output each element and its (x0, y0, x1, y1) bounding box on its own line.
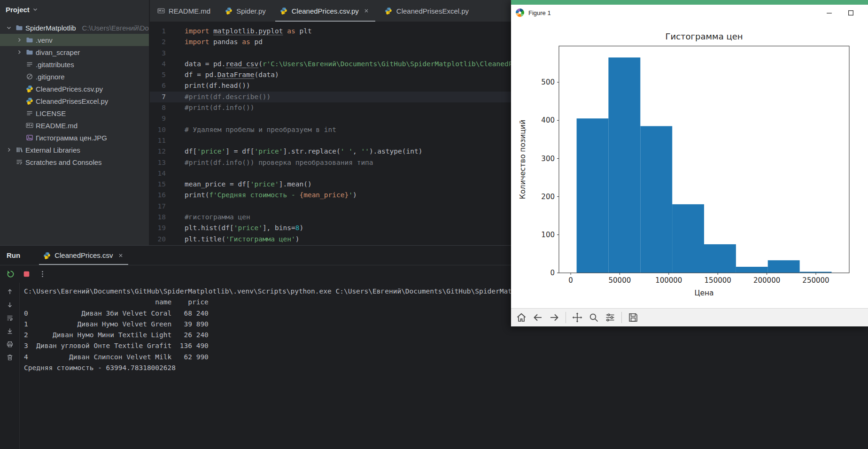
code-text: #гистограмма цен (185, 212, 250, 223)
pan-icon[interactable] (570, 310, 585, 325)
more-icon[interactable] (38, 269, 47, 279)
line-number: 14 (150, 168, 166, 179)
scroll-end-icon[interactable] (6, 327, 14, 335)
figure-toolbar (511, 308, 868, 326)
figure-title: Figure 1 (528, 9, 551, 16)
tree-item-cleanedprices.csv.py[interactable]: CleanedPrices.csv.py (0, 83, 149, 95)
tab-spider.py[interactable]: Spider.py (217, 0, 273, 22)
run-tab[interactable]: CleanedPrices.csv (37, 246, 130, 265)
home-icon[interactable] (514, 310, 529, 325)
code-text: import matplotlib.pyplot as plt (185, 26, 312, 37)
svg-text:0: 0 (550, 269, 555, 277)
tree-item-.gitattributes[interactable]: .gitattributes (0, 58, 149, 70)
line-number: 16 (150, 190, 166, 201)
toolbar-separator (566, 312, 566, 323)
print-icon[interactable] (6, 340, 14, 348)
tree-item-license[interactable]: LICENSE (0, 107, 149, 119)
svg-text:50000: 50000 (609, 276, 631, 285)
figure-titlebar[interactable]: Figure 1 (511, 5, 868, 21)
tree-item-label: CleanedPrisesExcel.py (36, 97, 108, 105)
trash-icon[interactable] (6, 353, 14, 361)
text-file-icon (25, 109, 33, 117)
sliders-icon[interactable] (603, 310, 618, 325)
tree-item-divan-scraper[interactable]: divan_scraper (0, 46, 149, 58)
back-icon[interactable] (530, 310, 545, 325)
chevron-right-icon[interactable] (15, 36, 23, 44)
line-number: 11 (150, 135, 166, 146)
folder-icon (25, 48, 33, 56)
tree-item-label: .gitignore (36, 73, 65, 81)
python-icon (385, 7, 393, 15)
console-gutter (0, 283, 20, 449)
line-number: 2 (150, 37, 166, 47)
code-text: # Удаляем пробелы и преобразуем в int (185, 124, 336, 135)
line-number: 3 (150, 48, 166, 59)
code-text: #print(df.describe()) (185, 92, 271, 102)
project-tree: SpiderMatplotlibC:\Users\Евгений\Do.venv… (0, 19, 149, 168)
forward-icon[interactable] (547, 310, 562, 325)
tree-item-label: .venv (36, 36, 53, 44)
chevron-down-icon (31, 6, 39, 14)
code-text: data = pd.read_csv(r'C:\Users\Евгений\Do… (185, 59, 558, 70)
image-icon (25, 134, 33, 142)
project-panel: Project SpiderMatplotlibC:\Users\Евгений… (0, 0, 149, 245)
line-number: 1 (150, 26, 166, 37)
svg-text:Гистограмма цен: Гистограмма цен (666, 31, 743, 41)
folder-icon (25, 36, 33, 44)
svg-text:150000: 150000 (705, 276, 731, 285)
tree-item-гистограмма-цен.jpg[interactable]: Гистограмма цен.JPG (0, 132, 149, 144)
code-text: print(f'Средняя стоимость - {mean_price}… (185, 190, 357, 201)
arrow-up-icon[interactable] (6, 287, 14, 295)
close-icon[interactable] (363, 7, 371, 15)
tab-readme.md[interactable]: README.md (150, 0, 217, 22)
tree-item-label: .gitattributes (36, 61, 74, 69)
code-text: mean_price = df['price'].mean() (185, 179, 312, 190)
tree-item-.venv[interactable]: .venv (0, 34, 149, 46)
code-text: #print(df.info()) (185, 102, 254, 113)
zoom-icon[interactable] (586, 310, 601, 325)
tree-item-label: README.md (36, 122, 78, 130)
code-text: import pandas as pd (185, 37, 263, 47)
line-number: 10 (150, 124, 166, 135)
tab-cleanedprices.csv.py[interactable]: CleanedPrices.csv.py (273, 0, 378, 22)
line-number: 15 (150, 179, 166, 190)
chevron-right-icon[interactable] (15, 48, 23, 56)
chevron-down-icon[interactable] (5, 24, 13, 32)
tab-cleanedprisesexcel.py[interactable]: CleanedPrisesExcel.py (378, 0, 476, 22)
tree-item-scratches-and-consoles[interactable]: Scratches and Consoles (0, 156, 149, 168)
arrow-down-icon[interactable] (6, 301, 14, 309)
tree-item-cleanedprisesexcel.py[interactable]: CleanedPrisesExcel.py (0, 95, 149, 107)
tree-item-label: CleanedPrices.csv.py (36, 85, 103, 93)
maximize-button[interactable] (840, 5, 861, 21)
close-icon[interactable] (116, 251, 124, 259)
stop-icon[interactable] (22, 269, 31, 279)
ignore-icon (25, 73, 33, 81)
svg-text:500: 500 (541, 78, 555, 86)
chevron-right-icon[interactable] (5, 146, 13, 154)
save-icon[interactable] (626, 310, 641, 325)
tree-item-spidermatplotlib[interactable]: SpiderMatplotlibC:\Users\Евгений\Do (0, 22, 149, 34)
tree-item-external-libraries[interactable]: External Libraries (0, 144, 149, 156)
line-number: 8 (150, 102, 166, 113)
library-icon (15, 146, 23, 154)
project-panel-header[interactable]: Project (0, 0, 149, 19)
tree-item-label: External Libraries (25, 146, 80, 154)
python-icon (280, 7, 288, 15)
run-tab-label: CleanedPrices.csv (54, 251, 113, 259)
line-number: 19 (150, 223, 166, 233)
rerun-icon[interactable] (6, 269, 15, 279)
tree-item-readme.md[interactable]: README.md (0, 119, 149, 132)
pycharm-window: Project SpiderMatplotlibC:\Users\Евгений… (0, 0, 868, 449)
minimize-button[interactable] (818, 5, 840, 21)
code-text: df = pd.DataFrame(data) (185, 70, 279, 80)
scratches-icon (15, 158, 23, 166)
soft-wrap-icon[interactable] (6, 314, 14, 322)
svg-text:400: 400 (541, 116, 555, 124)
tab-label: README.md (169, 7, 210, 15)
line-number: 17 (150, 201, 166, 212)
tree-item-.gitignore[interactable]: .gitignore (0, 70, 149, 83)
line-number: 18 (150, 212, 166, 223)
line-number: 7 (150, 92, 166, 102)
svg-text:Цена: Цена (694, 289, 713, 297)
line-number: 9 (150, 113, 166, 124)
